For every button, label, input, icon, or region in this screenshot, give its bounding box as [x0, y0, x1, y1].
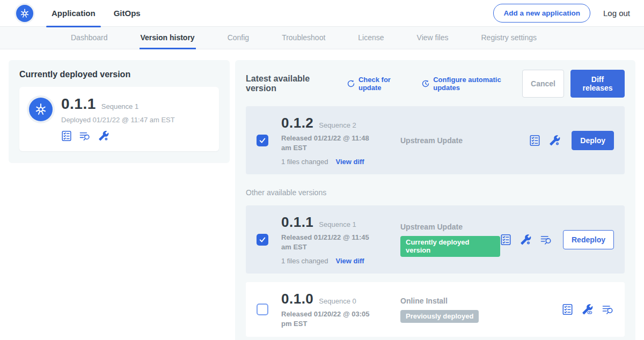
- version-sequence: Sequence 0: [319, 297, 356, 305]
- currently-deployed-card: Currently deployed version 0.1.1 Sequenc…: [9, 60, 230, 163]
- version-sequence: Sequence 2: [319, 121, 356, 129]
- app-sub-nav: Dashboard Version history Config Trouble…: [0, 27, 644, 49]
- version-row-0-1-0: 0.1.0 Sequence 0 Released 01/20/22 @ 03:…: [246, 282, 625, 337]
- config-edit-icon[interactable]: [98, 130, 109, 142]
- latest-available-title: Latest available version: [246, 74, 336, 93]
- version-number: 0.1.0: [281, 291, 313, 307]
- preflight-checks-icon[interactable]: [500, 234, 511, 246]
- version-sequence: Sequence 1: [319, 220, 356, 228]
- version-row-0-1-1: 0.1.1 Sequence 1 Released 01/21/22 @ 11:…: [246, 205, 625, 274]
- deploy-logs-icon[interactable]: [602, 304, 614, 315]
- kubernetes-logo-icon: [16, 5, 33, 22]
- add-application-button[interactable]: Add a new application: [493, 4, 590, 23]
- tab-gitops[interactable]: GitOps: [114, 0, 141, 27]
- config-edit-icon[interactable]: [519, 234, 532, 246]
- current-deployed-date: Deployed 01/21/22 @ 11:47 am EST: [61, 116, 175, 124]
- view-diff-link[interactable]: View diff: [335, 158, 364, 166]
- diff-releases-button[interactable]: Diff releases: [570, 70, 625, 98]
- deploy-logs-icon[interactable]: [79, 130, 91, 142]
- version-checkbox[interactable]: [257, 304, 268, 315]
- version-source: Upstream Update: [400, 223, 500, 231]
- preflight-checks-icon[interactable]: [562, 304, 573, 315]
- auto-update-clock-icon: [421, 79, 430, 88]
- preflight-checks-icon[interactable]: [529, 135, 540, 146]
- deploy-button[interactable]: Deploy: [572, 131, 614, 150]
- previously-deployed-badge: Previously deployed: [400, 310, 479, 323]
- check-for-update-link[interactable]: Check for update: [347, 76, 411, 92]
- logout-link[interactable]: Log out: [603, 9, 630, 18]
- main-content: Currently deployed version 0.1.1 Sequenc…: [0, 49, 644, 340]
- subnav-item-view-files[interactable]: View files: [416, 27, 450, 49]
- redeploy-button[interactable]: Redeploy: [563, 230, 614, 249]
- files-changed: 1 files changed: [281, 257, 328, 265]
- config-view-icon[interactable]: [581, 304, 594, 315]
- released-date: Released 01/21/22 @ 11:45 am EST: [281, 233, 379, 252]
- files-changed: 1 files changed: [281, 158, 328, 166]
- other-versions-label: Other available versions: [246, 188, 625, 197]
- released-date: Released 01/21/22 @ 11:48 am EST: [281, 134, 379, 152]
- top-nav: Application GitOps Add a new application…: [0, 0, 644, 27]
- preflight-checks-icon[interactable]: [61, 130, 72, 142]
- version-number: 0.1.1: [281, 214, 313, 231]
- current-version-sequence: Sequence 1: [101, 102, 138, 110]
- view-diff-link[interactable]: View diff: [335, 257, 364, 265]
- configure-automatic-updates-link[interactable]: Configure automatic updates: [421, 76, 522, 92]
- subnav-item-troubleshoot[interactable]: Troubleshoot: [281, 27, 326, 49]
- deployed-version-box: 0.1.1 Sequence 1 Deployed 01/21/22 @ 11:…: [19, 87, 219, 151]
- version-history-panel: Latest available version Check for updat…: [235, 60, 635, 340]
- version-number: 0.1.2: [281, 115, 313, 131]
- version-checkbox[interactable]: [257, 135, 268, 146]
- cancel-button[interactable]: Cancel: [522, 70, 564, 98]
- config-edit-icon[interactable]: [548, 135, 561, 146]
- subnav-item-dashboard[interactable]: Dashboard: [70, 27, 109, 49]
- subnav-item-config[interactable]: Config: [226, 27, 250, 49]
- subnav-item-license[interactable]: License: [357, 27, 385, 49]
- version-checkbox[interactable]: [257, 234, 268, 246]
- subnav-item-version-history[interactable]: Version history: [140, 27, 196, 49]
- version-source: Upstream Update: [400, 136, 529, 145]
- version-source: Online Install: [400, 297, 562, 305]
- current-version-number: 0.1.1: [61, 95, 96, 113]
- subnav-item-registry-settings[interactable]: Registry settings: [480, 27, 537, 49]
- tab-application[interactable]: Application: [52, 0, 96, 27]
- released-date: Released 01/20/22 @ 03:05 pm EST: [281, 309, 379, 328]
- version-row-0-1-2: 0.1.2 Sequence 2 Released 01/21/22 @ 11:…: [246, 106, 625, 174]
- refresh-icon: [347, 79, 355, 88]
- deploy-logs-icon[interactable]: [540, 234, 552, 246]
- app-icon: [29, 98, 53, 121]
- currently-deployed-badge: Currently deployed version: [400, 236, 500, 257]
- currently-deployed-title: Currently deployed version: [19, 70, 219, 79]
